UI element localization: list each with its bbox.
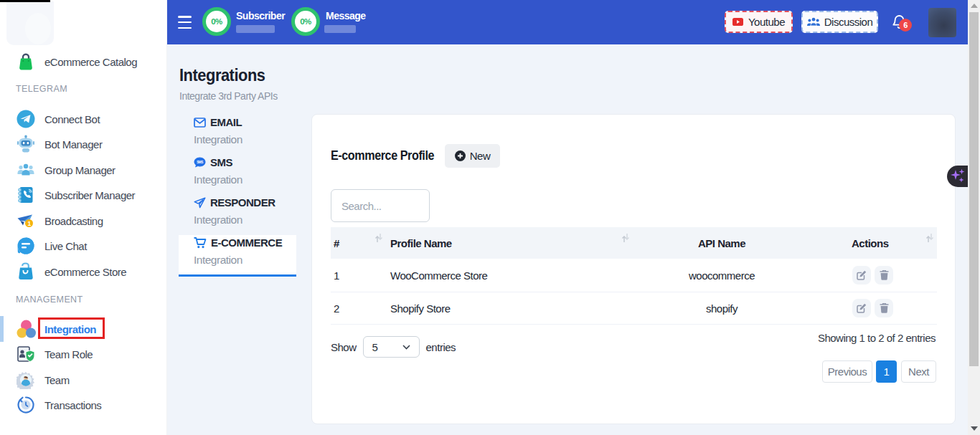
- svg-text:SMS: SMS: [197, 161, 203, 164]
